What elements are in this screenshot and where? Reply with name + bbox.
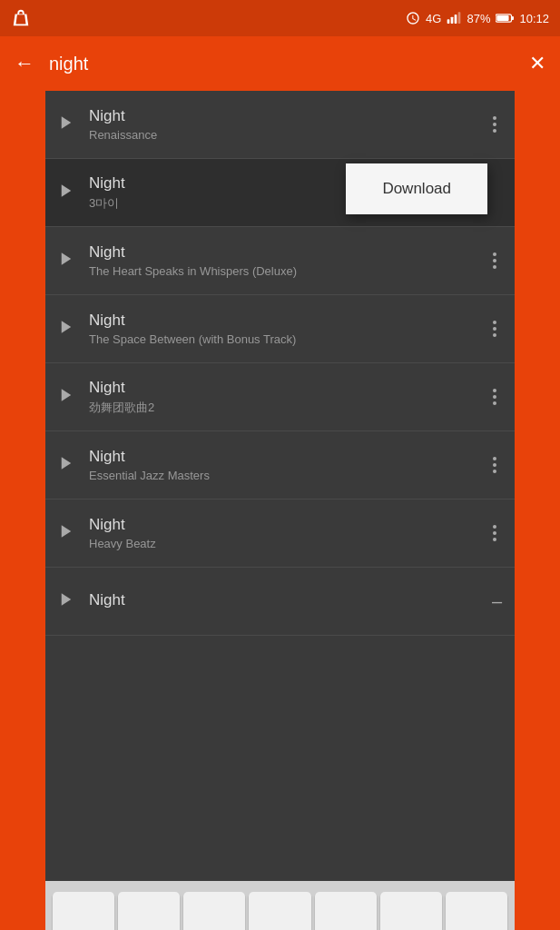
track-info: NightEssential Jazz Masters <box>89 448 487 482</box>
play-button[interactable] <box>58 455 74 476</box>
svg-rect-5 <box>512 16 515 20</box>
keyboard-key[interactable] <box>315 892 377 930</box>
track-item: NightRenaissance <box>45 91 515 159</box>
track-title: Night <box>89 312 487 330</box>
svg-marker-11 <box>62 389 72 401</box>
status-bar-right: 4G 87% 10:12 <box>406 11 549 25</box>
track-album: 劲舞团歌曲2 <box>89 400 487 416</box>
track-album: Heavy Beatz <box>89 537 487 550</box>
status-bar: 4G 87% 10:12 <box>0 0 560 36</box>
more-options-button[interactable] <box>487 317 502 341</box>
shopping-bag-icon <box>11 8 31 28</box>
battery-percent: 87% <box>467 12 490 25</box>
track-info: NightRenaissance <box>89 107 487 142</box>
more-options-button[interactable] <box>487 113 502 136</box>
play-button[interactable] <box>58 523 74 544</box>
track-info: Night <box>89 591 492 612</box>
play-button[interactable] <box>58 591 74 612</box>
search-query: night <box>49 54 515 74</box>
track-info: Night劲舞团歌曲2 <box>89 379 487 416</box>
status-bar-left <box>11 8 31 28</box>
search-bar: ← night ✕ <box>0 36 560 91</box>
track-title: Night <box>89 379 487 397</box>
track-album: Renaissance <box>89 128 487 142</box>
track-item: NightThe Space Between (with Bonus Track… <box>45 295 515 363</box>
download-popup[interactable]: Download <box>346 163 487 214</box>
main-content: NightRenaissanceNight3마이NightThe Heart S… <box>45 91 515 881</box>
signal-icon <box>447 11 461 25</box>
keyboard-area <box>45 881 515 930</box>
svg-rect-0 <box>447 19 450 24</box>
track-album: Essential Jazz Masters <box>89 469 487 482</box>
more-options-button[interactable] <box>487 249 502 272</box>
svg-rect-6 <box>497 15 509 21</box>
svg-marker-7 <box>62 116 72 129</box>
svg-marker-8 <box>62 184 72 197</box>
more-options-button[interactable] <box>487 385 502 409</box>
close-button[interactable]: ✕ <box>529 52 545 75</box>
play-button[interactable] <box>58 319 74 340</box>
keyboard-key[interactable] <box>446 892 507 930</box>
svg-marker-14 <box>62 593 72 606</box>
keyboard-key[interactable] <box>118 892 180 930</box>
track-item: Night– <box>45 568 515 636</box>
time-display: 10:12 <box>519 12 549 25</box>
battery-icon <box>496 13 514 24</box>
track-item: Night劲舞团歌曲2 <box>45 363 515 431</box>
more-options-button[interactable] <box>487 521 502 545</box>
svg-marker-13 <box>62 525 72 538</box>
play-button[interactable] <box>58 251 74 272</box>
track-info: NightThe Space Between (with Bonus Track… <box>89 312 487 346</box>
track-album: The Space Between (with Bonus Track) <box>89 332 487 346</box>
track-title: Night <box>89 107 487 125</box>
play-button[interactable] <box>58 183 74 203</box>
keyboard-key[interactable] <box>53 892 114 930</box>
more-options-button[interactable] <box>487 453 502 477</box>
network-label: 4G <box>426 12 441 25</box>
svg-rect-1 <box>451 17 454 24</box>
track-item: NightHeavy Beatz <box>45 500 515 568</box>
track-title: Night <box>89 448 487 466</box>
track-info: NightThe Heart Speaks in Whispers (Delux… <box>89 243 487 278</box>
keyboard-key[interactable] <box>380 892 442 930</box>
track-title: Night <box>89 591 492 609</box>
svg-marker-10 <box>62 321 72 333</box>
track-title: Night <box>89 516 487 534</box>
svg-marker-9 <box>62 252 72 265</box>
play-button[interactable] <box>58 114 74 135</box>
track-item: NightThe Heart Speaks in Whispers (Delux… <box>45 227 515 295</box>
keyboard-key[interactable] <box>249 892 310 930</box>
svg-marker-12 <box>62 457 72 470</box>
svg-rect-2 <box>455 15 457 24</box>
track-item: NightEssential Jazz Masters <box>45 431 515 500</box>
play-button[interactable] <box>58 387 74 408</box>
svg-rect-3 <box>458 12 461 24</box>
download-label: Download <box>382 180 451 197</box>
alarm-icon <box>406 11 420 25</box>
track-album: The Heart Speaks in Whispers (Deluxe) <box>89 264 487 278</box>
track-info: NightHeavy Beatz <box>89 516 487 550</box>
partial-indicator: – <box>492 591 502 612</box>
keyboard-key[interactable] <box>183 892 245 930</box>
track-title: Night <box>89 243 487 262</box>
back-button[interactable]: ← <box>15 52 34 75</box>
